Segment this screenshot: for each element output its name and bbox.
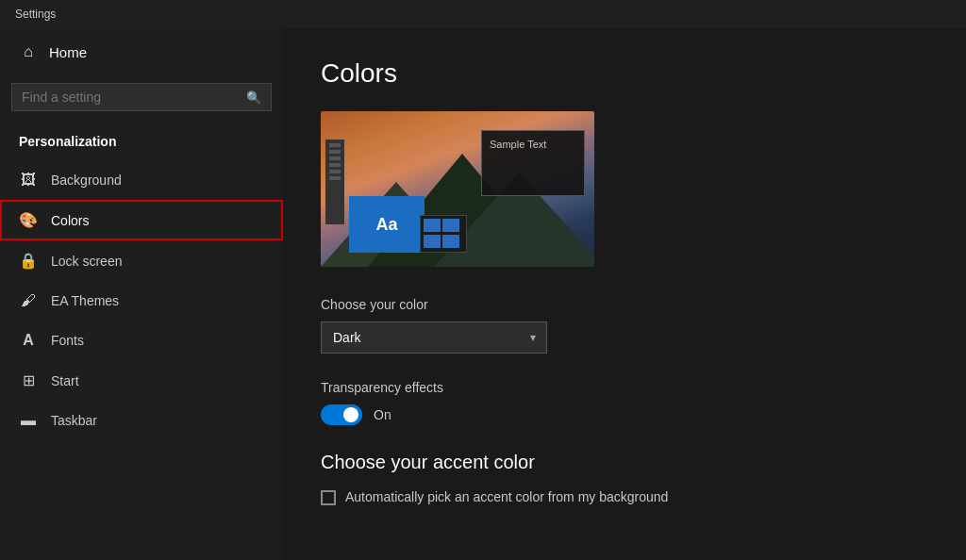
preview-background: Sample Text Aa bbox=[321, 111, 594, 267]
sidebar-item-fonts[interactable]: A Fonts bbox=[0, 321, 283, 360]
taskbar-icon: ▬ bbox=[19, 412, 38, 429]
content-area: Colors Sample Text bbox=[283, 28, 966, 560]
lock-icon: 🔒 bbox=[19, 252, 38, 270]
bar-line bbox=[329, 156, 341, 160]
bar-line bbox=[329, 176, 341, 180]
transparency-label: Transparency effects bbox=[321, 380, 928, 395]
page-title: Colors bbox=[321, 58, 928, 89]
sidebar-item-label: Colors bbox=[51, 213, 89, 228]
bar-line bbox=[329, 170, 341, 173]
app-title: Settings bbox=[15, 8, 56, 21]
sidebar-item-themes[interactable]: 🖌 EA Themes bbox=[0, 281, 283, 321]
themes-icon: 🖌 bbox=[19, 292, 38, 309]
start-icon: ⊞ bbox=[19, 371, 38, 389]
bar-line bbox=[329, 163, 341, 167]
preview-sidebar-bar bbox=[325, 140, 344, 224]
sidebar-item-start[interactable]: ⊞ Start bbox=[0, 360, 283, 401]
sidebar-item-label: EA Themes bbox=[51, 293, 119, 308]
preview-dark-window: Sample Text bbox=[481, 130, 585, 196]
sidebar-item-label: Start bbox=[51, 373, 79, 388]
bar-line bbox=[329, 150, 341, 154]
sidebar-item-background[interactable]: 🖼 Background bbox=[0, 160, 283, 200]
sub-tile bbox=[424, 219, 441, 232]
search-box[interactable]: 🔍 bbox=[11, 83, 272, 111]
toggle-state-label: On bbox=[374, 407, 391, 422]
sidebar-item-label: Lock screen bbox=[51, 254, 122, 269]
bar-line bbox=[329, 143, 341, 147]
sample-text-label: Sample Text bbox=[482, 131, 584, 157]
sub-tile bbox=[424, 235, 441, 248]
search-input[interactable] bbox=[22, 90, 239, 105]
sidebar: ⌂ Home 🔍 Personalization 🖼 Background 🎨 … bbox=[0, 28, 283, 560]
sidebar-item-label: Background bbox=[51, 173, 122, 188]
sub-tile bbox=[442, 219, 459, 232]
auto-accent-label: Automatically pick an accent color from … bbox=[345, 488, 668, 507]
background-icon: 🖼 bbox=[19, 172, 38, 189]
home-label: Home bbox=[49, 44, 87, 60]
main-layout: ⌂ Home 🔍 Personalization 🖼 Background 🎨 … bbox=[0, 28, 966, 560]
color-dropdown[interactable]: Dark Light Custom bbox=[321, 321, 547, 354]
sidebar-item-home[interactable]: ⌂ Home bbox=[0, 28, 283, 75]
sidebar-item-taskbar[interactable]: ▬ Taskbar bbox=[0, 401, 283, 440]
sidebar-item-label: Fonts bbox=[51, 333, 84, 348]
auto-accent-checkbox[interactable] bbox=[321, 490, 336, 505]
search-icon: 🔍 bbox=[246, 91, 261, 105]
fonts-icon: A bbox=[19, 332, 38, 349]
transparency-toggle[interactable] bbox=[321, 404, 362, 425]
accent-section-title: Choose your accent color bbox=[321, 452, 928, 473]
home-icon: ⌂ bbox=[19, 43, 38, 60]
auto-accent-checkbox-row[interactable]: Automatically pick an accent color from … bbox=[321, 488, 928, 507]
sidebar-section-title: Personalization bbox=[0, 126, 283, 160]
color-preview: Sample Text Aa bbox=[321, 111, 594, 267]
transparency-section: Transparency effects On bbox=[321, 380, 928, 425]
toggle-knob bbox=[343, 407, 358, 422]
colors-icon: 🎨 bbox=[19, 211, 38, 229]
choose-color-label: Choose your color bbox=[321, 297, 928, 312]
preview-aa-label: Aa bbox=[375, 215, 397, 235]
color-dropdown-wrapper: Dark Light Custom ▾ bbox=[321, 321, 547, 354]
preview-sub-window bbox=[420, 215, 467, 253]
title-bar: Settings bbox=[0, 0, 966, 28]
sub-tile bbox=[442, 235, 459, 248]
transparency-toggle-row: On bbox=[321, 404, 928, 425]
preview-blue-window: Aa bbox=[349, 196, 425, 253]
sidebar-item-lockscreen[interactable]: 🔒 Lock screen bbox=[0, 240, 283, 281]
sidebar-item-label: Taskbar bbox=[51, 413, 97, 428]
sidebar-item-colors[interactable]: 🎨 Colors bbox=[0, 200, 283, 240]
